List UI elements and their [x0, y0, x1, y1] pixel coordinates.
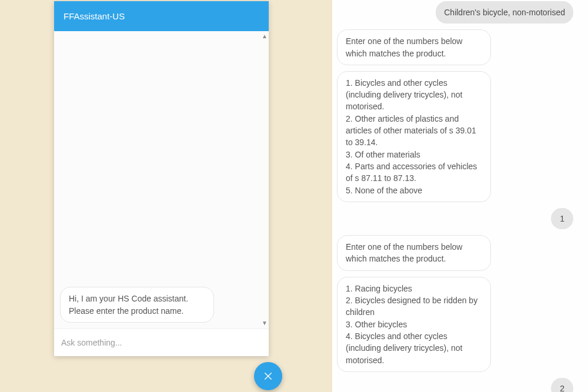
scroll-down-icon[interactable]: ▼: [262, 320, 268, 326]
close-chat-button[interactable]: [254, 362, 282, 390]
user-message: 2: [551, 378, 573, 392]
chat-body: ▲ Hi, I am your HS Code assistant. Pleas…: [54, 31, 269, 329]
chat-header-title: FFAssistant-US: [54, 1, 269, 31]
user-message: 1: [551, 208, 573, 229]
chat-input[interactable]: [61, 338, 262, 347]
left-panel: FFAssistant-US ▲ Hi, I am your HS Code a…: [0, 0, 332, 392]
message-line: 5. None of the above: [346, 185, 482, 196]
message-line: 4. Bicycles and other cycles (including …: [346, 330, 482, 366]
scroll-up-icon[interactable]: ▲: [262, 33, 268, 39]
bot-message: 1. Racing bicycles2. Bicycles designed t…: [337, 277, 491, 372]
conversation: Children's bicycle, non-motorisedEnter o…: [337, 0, 573, 392]
message-line: 2. Bicycles designed to be ridden by chi…: [346, 294, 482, 319]
message-line: 2. Other articles of plastics and articl…: [346, 113, 482, 149]
message-line: 1. Racing bicycles: [346, 283, 482, 294]
right-panel: Children's bicycle, non-motorisedEnter o…: [332, 0, 588, 392]
message-line: 4. Parts and accessories of vehicles of …: [346, 160, 482, 185]
message-line: 3. Other bicycles: [346, 319, 482, 330]
welcome-message: Hi, I am your HS Code assistant. Please …: [60, 287, 214, 323]
message-line: 3. Of other materials: [346, 149, 482, 160]
chat-input-row: [54, 329, 269, 356]
chat-widget: FFAssistant-US ▲ Hi, I am your HS Code a…: [54, 1, 269, 356]
message-line: 1. Bicycles and other cycles (including …: [346, 77, 482, 113]
user-message: Children's bicycle, non-motorised: [436, 1, 573, 24]
chat-scroll-area[interactable]: ▲ Hi, I am your HS Code assistant. Pleas…: [54, 31, 269, 329]
bot-message: 1. Bicycles and other cycles (including …: [337, 71, 491, 202]
close-icon: [263, 371, 273, 381]
bot-message: Enter one of the numbers below which mat…: [337, 235, 491, 271]
bot-message: Enter one of the numbers below which mat…: [337, 29, 491, 65]
